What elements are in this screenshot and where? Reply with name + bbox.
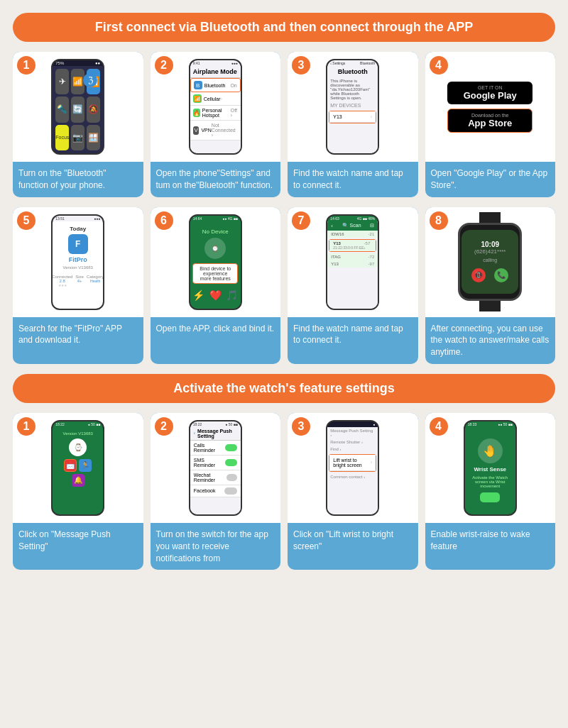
reject-call-btn: 📵 xyxy=(471,268,486,282)
scan-y13-highlight: Y13 21:22:33:0:0:FF:EE -57 › xyxy=(329,239,376,252)
step-5-text: Search for the "FitPro" APP and download… xyxy=(13,317,143,364)
fitpro-name: FitPro xyxy=(69,256,87,263)
watch-band-top xyxy=(479,212,501,223)
accept-call-btn: 📞 xyxy=(494,268,508,282)
calls-reminder-item: Calls Reminder xyxy=(190,441,241,456)
step-8-number: 8 xyxy=(430,211,448,230)
wrist-toggle[interactable] xyxy=(480,492,500,502)
watch-mockup: 10:09 (626)421**** calling 📵 📞 xyxy=(458,223,522,301)
app-store-label: Download on the xyxy=(455,113,525,118)
scan-screen: Today F FitPro Version V13683 Connected … xyxy=(53,221,103,309)
bt-label: Bluetooth xyxy=(204,83,231,88)
activate-step-1: 1 18:22● 50 ■■ Version V13683 ⌚ 📩 🏃 🔔 xyxy=(13,413,143,570)
scan-y13-2: Y13 -97 xyxy=(327,260,378,268)
step-4-text: Open "Google Play" or the App Store". xyxy=(425,162,556,197)
step-1-text: Turn on the "Bluetooth" function of your… xyxy=(13,162,143,197)
step-6: 6 14:64●● 4G ■■ No Device ⌚ Bind device … xyxy=(151,207,281,364)
lift-wrist-label: Lift wrist to bright screen xyxy=(333,458,370,468)
activate-4-text: Enable wrist-raise to wake feature xyxy=(425,523,556,570)
step-8-image: 8 10:09 (626)421**** calling 📵 📞 xyxy=(425,207,556,317)
google-play-button[interactable]: GET IT ON Google Play xyxy=(447,82,532,104)
step-8: 8 10:09 (626)421**** calling 📵 📞 xyxy=(425,207,556,364)
activate-step-3-image: 3 ● Message Push Setting › Remote Shutte… xyxy=(288,413,418,523)
phone-screen-6: No Device ⌚ Bind device to experience mo… xyxy=(190,221,241,309)
step-3: 3 ‹ SettingsBluetooth Bluetooth This iPh… xyxy=(288,52,418,197)
sedentary-icon: 🔔 xyxy=(72,474,84,487)
facebook-toggle[interactable] xyxy=(224,487,237,495)
mirror-tile: 🪟 xyxy=(87,125,100,150)
wrist-sense-label: Wrist Sense xyxy=(474,466,506,473)
vpn-item: V VPN Not Connected › xyxy=(190,121,241,140)
fitpro-main-screen: Version V13683 ⌚ 📩 🏃 🔔 xyxy=(53,427,103,514)
stat-category: Category Health xyxy=(87,275,103,287)
status-bar-6: 14:64●● 4G ■■ xyxy=(190,216,241,221)
settings-screen: Airplane Mode B Bluetooth On 📶 Cellular … xyxy=(190,66,241,153)
wechat-toggle[interactable] xyxy=(226,474,237,481)
activate-2-number: 2 xyxy=(155,417,173,436)
fitpro-stats: Connected 2.8 ★★★ Size 4+ Category Healt… xyxy=(53,275,103,287)
step-4: 4 GET IT ON Google Play Download on the … xyxy=(425,52,556,197)
phone-mockup-7: 14:634G ■■ 48% ‹ 🔍 Scan ⊟ IDW16 -21 xyxy=(326,214,379,310)
phone-screen-5: Today F FitPro Version V13683 Connected … xyxy=(53,221,103,309)
bt-status: On xyxy=(230,83,236,88)
status-bar-5: 13:51●●● xyxy=(53,216,103,221)
app-store-main: App Store xyxy=(455,118,525,128)
step-3-number: 3 xyxy=(292,56,310,75)
phone-mockup-a2: 18:22● 50 ■■ ‹ Message Push Setting Call… xyxy=(189,420,242,516)
scan-title: 🔍 Scan xyxy=(342,223,361,228)
bluetooth-screen: Bluetooth This iPhone is discoverable as… xyxy=(327,66,378,153)
calling-number: (626)421**** xyxy=(474,248,506,255)
sms-toggle[interactable] xyxy=(225,459,237,466)
phone-screen-3: Bluetooth This iPhone is discoverable as… xyxy=(327,66,378,153)
lift-screen: Message Push Setting › Remote Shutter › … xyxy=(327,427,378,514)
watch-time: 10:09 xyxy=(481,241,499,248)
step-7: 7 14:634G ■■ 48% ‹ 🔍 Scan ⊟ IDW16 -21 xyxy=(288,207,418,364)
bind-screen: No Device ⌚ Bind device to experience mo… xyxy=(190,221,241,309)
step-2-number: 2 xyxy=(155,56,173,75)
hotspot-label: Personal Hotspot xyxy=(202,108,231,118)
calls-toggle[interactable] xyxy=(225,444,237,451)
scan-header: ‹ 🔍 Scan ⊟ xyxy=(327,221,378,231)
scan-back: ‹ xyxy=(331,223,333,229)
wrist-screen: 🤚 Wrist Sense Activate the Watch screen … xyxy=(465,427,515,514)
bt-desc: This iPhone is discoverable as "da.Yicha… xyxy=(327,77,378,101)
status-bar-a1: 18:22● 50 ■■ xyxy=(53,421,103,427)
status-bar-7: 14:634G ■■ 48% xyxy=(327,216,378,221)
cellular-label: Cellular xyxy=(204,96,221,101)
phone-mockup-5: 13:51●●● Today F FitPro Version V13683 C… xyxy=(51,214,104,310)
bluetooth-setting-item: B Bluetooth On xyxy=(190,78,241,92)
step-2-image: 2 9:41●●● Airplane Mode B Bluetooth On xyxy=(151,52,281,162)
step-4-number: 4 xyxy=(430,56,448,75)
y13-device-item: Y13 › xyxy=(329,111,376,123)
wechat-reminder-item: Wechat Reminder xyxy=(190,470,241,485)
watch-band-bottom xyxy=(479,301,501,311)
mute-tile: 🔕 xyxy=(87,96,100,122)
step-6-number: 6 xyxy=(155,211,173,230)
calling-label: calling xyxy=(483,258,497,263)
step-4-image: 4 GET IT ON Google Play Download on the … xyxy=(425,52,556,162)
scan-today: Today xyxy=(70,226,86,232)
scan-y13-row: Y13 21:22:33:0:0:FF:EE -57 › xyxy=(329,240,376,251)
phone-mockup-2: 9:41●●● Airplane Mode B Bluetooth On 📶 C… xyxy=(189,59,242,155)
back-arrow-msg: ‹ xyxy=(194,431,195,436)
y13-row: Y13 › xyxy=(329,111,376,123)
phone-mockup-a4: 18:33●● 50 ■■ 🤚 Wrist Sense Activate the… xyxy=(464,420,517,516)
status-bar-a3: ● xyxy=(327,421,378,427)
wrist-icon: 🤚 xyxy=(478,439,503,463)
section2-header: Activate the watch's feature settings xyxy=(13,374,555,403)
app-icons-row: ⚡ ❤️ 🎵 xyxy=(190,289,241,301)
step-2: 2 9:41●●● Airplane Mode B Bluetooth On xyxy=(151,52,281,197)
message-push-icon: 📩 xyxy=(64,459,77,472)
step-1-image: 1 75%●● ✈ 📶 📶 🔦 🔄 🔕 Focus 📷 xyxy=(13,52,143,162)
facebook-reminder-item: Facebook xyxy=(190,485,241,497)
cellular-icon: 📶 xyxy=(193,94,202,103)
phone-screen-7: ‹ 🔍 Scan ⊟ IDW16 -21 Y13 21:22:33:0:0 xyxy=(327,221,378,309)
status-bar-a2: 18:22● 50 ■■ xyxy=(190,421,241,427)
scan-list-screen: ‹ 🔍 Scan ⊟ IDW16 -21 Y13 21:22:33:0:0 xyxy=(327,221,378,309)
phone-mockup-3: ‹ SettingsBluetooth Bluetooth This iPhon… xyxy=(326,59,379,155)
hotspot-item: 🔥 Personal Hotspot Off › xyxy=(190,106,241,121)
app-store-button[interactable]: Download on the App Store xyxy=(447,109,532,133)
activate-step-4: 4 18:33●● 50 ■■ 🤚 Wrist Sense Activate t… xyxy=(425,413,556,570)
steps-row1: 1 75%●● ✈ 📶 📶 🔦 🔄 🔕 Focus 📷 xyxy=(13,52,555,197)
status-bar-a4: 18:33●● 50 ■■ xyxy=(465,421,515,427)
